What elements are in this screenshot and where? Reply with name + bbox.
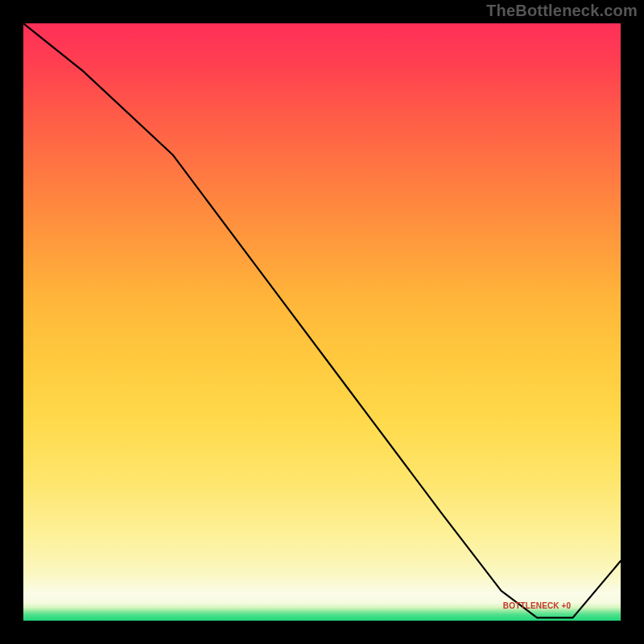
chart-curve (23, 23, 621, 617)
watermark-text: TheBottleneck.com (486, 2, 638, 20)
plot-area: BOTTLENECK +0 (23, 23, 621, 621)
chart-overlay-svg: BOTTLENECK +0 (23, 23, 621, 621)
chart-frame: TheBottleneck.com BOTTLENECK +0 (0, 0, 644, 644)
bottom-label: BOTTLENECK +0 (503, 601, 572, 610)
